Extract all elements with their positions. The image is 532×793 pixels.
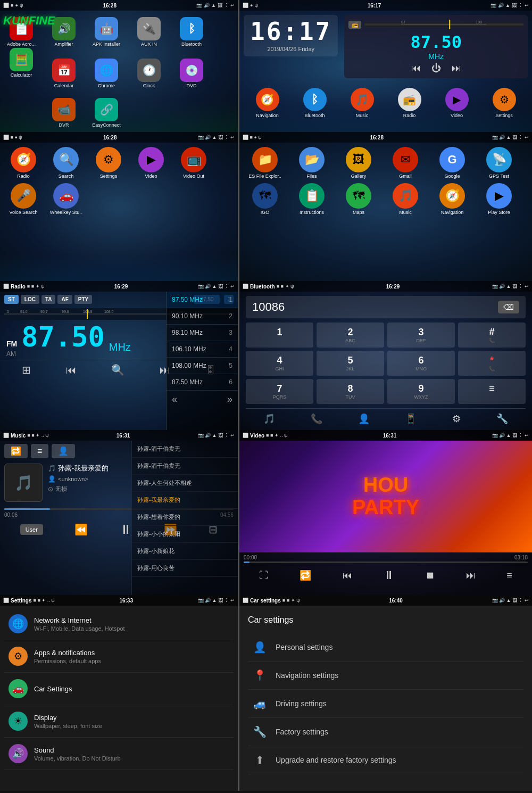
radio-next-btn[interactable]: ⏭ bbox=[452, 63, 461, 74]
dial-contacts[interactable]: ≡ bbox=[458, 379, 526, 404]
app-bluetooth-1[interactable]: ᛒ Bluetooth bbox=[170, 17, 213, 47]
btn-st[interactable]: ST bbox=[4, 295, 19, 304]
app-files[interactable]: 📂 Files bbox=[288, 147, 335, 179]
preset-6[interactable]: 87.50 MHz 6 bbox=[167, 374, 238, 391]
dial-2[interactable]: 2 ABC bbox=[317, 323, 384, 348]
settings-display[interactable]: ☀ Display Wallpaper, sleep, font size bbox=[4, 705, 234, 738]
settings-network[interactable]: 🌐 Network & Internet Wi-Fi, Mobile, Data… bbox=[4, 608, 234, 640]
cs-upgrade[interactable]: ⬆ Upgrade and restore factory settings bbox=[248, 746, 523, 774]
radio-power-btn[interactable]: ⏻ bbox=[431, 63, 441, 74]
btn-ta[interactable]: TA bbox=[41, 295, 56, 304]
dial-3[interactable]: 3 DEF bbox=[387, 323, 455, 348]
app-calendar[interactable]: 📅 Calendar bbox=[43, 59, 85, 88]
dial-5[interactable]: 5 JKL bbox=[317, 351, 384, 376]
app-dvr2[interactable]: 📹 DVR bbox=[43, 98, 85, 128]
radio-prev2-btn[interactable]: ⏮ bbox=[66, 364, 77, 376]
dial-8[interactable]: 8 TUV bbox=[317, 379, 384, 404]
cs-driving[interactable]: 🚙 Driving settings bbox=[248, 690, 523, 718]
app-voice-grid[interactable]: 🎤 Voice Search bbox=[2, 183, 45, 215]
preset-next-arrow[interactable]: » bbox=[227, 394, 232, 405]
music-rr-btn[interactable]: ⏪ bbox=[74, 523, 88, 536]
video-fullscreen-btn[interactable]: ⛶ bbox=[259, 570, 269, 581]
cs-factory[interactable]: 🔧 Factory settings bbox=[248, 718, 523, 746]
dial-1[interactable]: 1 bbox=[246, 323, 313, 348]
bt-music-icon[interactable]: 🎵 bbox=[263, 413, 275, 425]
app-gallery[interactable]: 🖼 Gallery bbox=[335, 147, 382, 179]
dial-7[interactable]: 7 PQRS bbox=[246, 379, 313, 404]
playlist-item-4-active[interactable]: 孙露-我最亲爱的 bbox=[132, 492, 238, 509]
dial-9[interactable]: 9 WXYZ bbox=[387, 379, 455, 404]
bottom-settings[interactable]: ⚙ Settings bbox=[493, 88, 516, 118]
app-videoout-grid[interactable]: 📺 Video Out bbox=[172, 147, 215, 179]
video-stop-btn[interactable]: ⏹ bbox=[426, 570, 435, 581]
video-prev-btn[interactable]: ⏮ bbox=[343, 570, 352, 581]
radio-grid-btn[interactable]: ⊞ bbox=[22, 364, 31, 376]
bt-clear-btn[interactable]: ⌫ bbox=[498, 301, 519, 313]
bottom-music[interactable]: 🎵 Music bbox=[351, 88, 374, 118]
app-music2[interactable]: 🎵 Music bbox=[382, 183, 429, 215]
video-playlist-btn[interactable]: ≡ bbox=[506, 570, 512, 581]
app-gpstest[interactable]: 📡 GPS Test bbox=[476, 147, 522, 179]
app-esfile[interactable]: 📁 ES File Explor.. bbox=[242, 147, 288, 179]
btn-loc[interactable]: LOC bbox=[21, 295, 39, 304]
settings-car[interactable]: 🚗 Car Settings bbox=[4, 673, 234, 705]
btn-pty[interactable]: PTY bbox=[74, 295, 92, 304]
playlist-item-2[interactable]: 孙露-酒干倘卖无 bbox=[132, 458, 238, 475]
preset-2[interactable]: 90.10 MHz 2 bbox=[167, 308, 238, 325]
dial-star[interactable]: * 📞 bbox=[458, 351, 526, 376]
playlist-item-8[interactable]: 孙露-用心良苦 bbox=[132, 560, 238, 577]
playlist-item-1[interactable]: 孙露-酒干倘卖无 bbox=[132, 441, 238, 458]
bottom-nav[interactable]: 🧭 Navigation bbox=[256, 88, 279, 118]
app-apk[interactable]: 🤖 APK Installer bbox=[85, 17, 128, 47]
bt-contacts-icon[interactable]: 👤 bbox=[358, 413, 370, 425]
app-dvr[interactable] bbox=[170, 70, 213, 90]
app-chrome[interactable]: 🌐 Chrome bbox=[85, 59, 128, 88]
video-next-btn[interactable]: ⏭ bbox=[466, 570, 476, 581]
playlist-item-6[interactable]: 孙露-小小的太阳 bbox=[132, 526, 238, 543]
settings-sound[interactable]: 🔊 Sound Volume, vibration, Do Not Distur… bbox=[4, 738, 234, 770]
video-repeat-btn[interactable]: 🔁 bbox=[300, 569, 311, 581]
bt-config-icon[interactable]: 🔧 bbox=[496, 413, 508, 425]
cs-personal[interactable]: 👤 Personal settings bbox=[248, 633, 523, 662]
preset-prev-arrow[interactable]: « bbox=[172, 394, 177, 405]
app-navigation2[interactable]: 🧭 Navigation bbox=[429, 183, 476, 215]
music-user-btn2[interactable]: 👤 bbox=[52, 444, 75, 458]
btn-af[interactable]: AF bbox=[57, 295, 72, 304]
bottom-bluetooth[interactable]: ᛒ Bluetooth bbox=[303, 88, 327, 118]
app-wheelkey-grid[interactable]: 🚗 Wheelkey Stu.. bbox=[45, 183, 87, 215]
preset-3[interactable]: 98.10 MHz 3 bbox=[167, 325, 238, 341]
app-maps[interactable]: 🗺 Maps bbox=[335, 183, 382, 215]
radio-search-btn[interactable]: 🔍 bbox=[111, 364, 124, 376]
settings-apps[interactable]: ⚙ Apps & notifications Permissions, defa… bbox=[4, 640, 234, 673]
app-search-grid[interactable]: 🔍 Search bbox=[45, 147, 87, 179]
playlist-item-5[interactable]: 孙露-想着你爱的 bbox=[132, 509, 238, 526]
dial-hash[interactable]: # 📞 bbox=[458, 323, 526, 348]
music-list-btn[interactable]: ≡ bbox=[31, 444, 48, 458]
playlist-item-7[interactable]: 孙露-小新娘花 bbox=[132, 543, 238, 560]
music-user-label-btn[interactable]: User bbox=[20, 524, 43, 535]
app-easyconnect[interactable]: 🔗 EasyConnect bbox=[85, 98, 128, 128]
video-play-btn[interactable]: ⏸ bbox=[383, 568, 395, 582]
bt-settings-icon[interactable]: ⚙ bbox=[452, 413, 461, 425]
cs-navigation[interactable]: 📍 Navigation settings bbox=[248, 662, 523, 690]
app-radio-grid[interactable]: 🧭 Radio bbox=[2, 147, 45, 179]
bt-phone-icon[interactable]: 📱 bbox=[405, 413, 417, 425]
bottom-radio[interactable]: 📻 Radio bbox=[398, 88, 421, 118]
app-igo[interactable]: 🗺 IGO bbox=[242, 183, 288, 215]
playlist-item-3[interactable]: 孙露-人生何处不相逢 bbox=[132, 475, 238, 492]
app-google[interactable]: G Google bbox=[429, 147, 476, 179]
preset-5[interactable]: 108.00 MHz 5 bbox=[167, 358, 238, 374]
bt-call-icon[interactable]: 📞 bbox=[311, 413, 322, 425]
preset-1[interactable]: 87.50 MHz 1 bbox=[167, 292, 238, 308]
preset-4[interactable]: 106.10 MHz 4 bbox=[167, 341, 238, 358]
bottom-video[interactable]: ▶ Video bbox=[445, 88, 469, 118]
music-pause-btn[interactable]: ⏸ bbox=[120, 522, 132, 537]
music-repeat-btn[interactable]: 🔁 bbox=[4, 444, 28, 458]
app-playstore[interactable]: ▶ Play Store bbox=[476, 183, 522, 215]
app-instructions[interactable]: 📋 Instructions bbox=[288, 183, 335, 215]
dial-4[interactable]: 4 GHI bbox=[246, 351, 313, 376]
dial-6[interactable]: 6 MNO bbox=[387, 351, 455, 376]
app-settings-grid[interactable]: ⚙ Settings bbox=[87, 147, 130, 179]
app-auxin[interactable]: 🔌 AUX IN bbox=[128, 17, 170, 47]
radio-prev-btn[interactable]: ⏮ bbox=[411, 63, 421, 74]
